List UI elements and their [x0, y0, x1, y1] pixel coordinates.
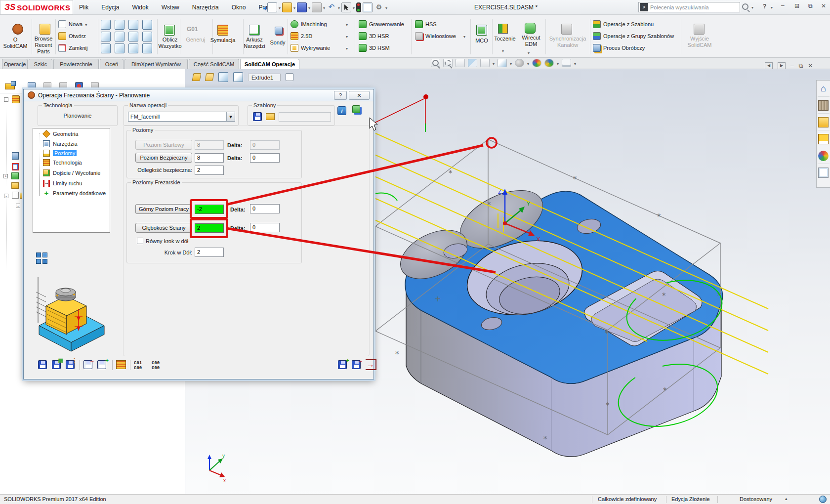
tree-item-geometria[interactable]: Geometria	[33, 129, 110, 138]
save-caret-icon[interactable]	[308, 4, 310, 10]
close-part-row[interactable]: Zamknij	[58, 43, 88, 53]
tab-czesc-solidcam[interactable]: Część SolidCAM	[189, 59, 239, 69]
dialog-close-button[interactable]: ✕	[349, 91, 370, 100]
apply-scene-caret-icon[interactable]	[557, 60, 559, 66]
upper-working-level-button[interactable]: Górny Poziom Pracy	[135, 204, 192, 214]
template-tree-icon[interactable]	[352, 105, 362, 115]
menu-okno[interactable]: Okno	[232, 4, 246, 11]
tree-item-dojscie[interactable]: Dojście / Wycofanie	[33, 168, 110, 177]
rebuild-traffic-light-icon[interactable]	[356, 2, 361, 12]
tab-operacje[interactable]: Operacje	[2, 59, 28, 69]
status-caret-icon[interactable]: ▴	[785, 496, 788, 501]
feature-tab-icon[interactable]	[218, 72, 228, 82]
tree-item-poziomy[interactable]: Poziomy	[33, 149, 110, 158]
template-save-icon[interactable]	[253, 112, 262, 121]
new-document-icon[interactable]	[267, 2, 277, 12]
view-cube-icon[interactable]	[142, 20, 152, 30]
print-icon[interactable]	[312, 2, 322, 12]
mco-button[interactable]: MCO	[469, 38, 494, 44]
view-settings-caret-icon[interactable]	[574, 60, 576, 66]
options-caret-icon[interactable]	[385, 4, 387, 10]
sketch-tab-icon[interactable]	[192, 73, 202, 81]
tab-ocen[interactable]: Oceń	[100, 59, 124, 69]
engraving-row[interactable]: Grawerowanie	[359, 19, 404, 29]
open-part-row[interactable]: Otwórz	[58, 31, 86, 41]
tree-collapse-icon[interactable]: -	[4, 97, 8, 102]
view-settings-icon[interactable]	[562, 59, 571, 67]
dialog-save-next-icon[interactable]: →	[352, 360, 361, 369]
menu-plik[interactable]: Plik	[79, 4, 88, 11]
operation-dialog[interactable]: Operacja Frezowania Ściany - Planowanie …	[23, 89, 374, 379]
section-view-icon[interactable]	[468, 59, 477, 67]
depth-delta-field[interactable]: 0	[250, 223, 280, 232]
combobox-caret-icon[interactable]: ▾	[226, 112, 235, 121]
simulation-button[interactable]: Symulacja	[206, 37, 240, 43]
stock-node-icon[interactable]	[11, 172, 19, 179]
dialog-save-icon[interactable]	[38, 360, 47, 369]
new-caret-icon[interactable]	[279, 4, 281, 10]
doc-minimize-button[interactable]: –	[790, 62, 794, 69]
dialog-save-calculate-icon[interactable]: ▦	[52, 360, 61, 369]
wall-depth-button[interactable]: Głębokość Ściany	[135, 223, 192, 233]
safety-delta-field[interactable]: 0	[250, 153, 280, 163]
hide-show-icon[interactable]	[515, 59, 524, 67]
previous-view-icon[interactable]	[456, 59, 465, 67]
help-button[interactable]: ?	[763, 3, 766, 10]
tree-item-narzedzia[interactable]: Narzędzia	[33, 139, 110, 148]
imachining-caret-icon[interactable]	[346, 21, 348, 27]
dialog-technology-icon[interactable]	[116, 360, 126, 369]
view-cube-icon[interactable]	[115, 20, 124, 30]
about-solidcam-button[interactable]: O SolidCAM	[0, 37, 31, 49]
select-caret-icon[interactable]	[353, 4, 355, 10]
pane-right-icon[interactable]: ▶	[778, 62, 786, 69]
tree-expand-icon[interactable]: +	[3, 174, 8, 178]
view-cube-icon[interactable]	[101, 43, 111, 53]
view-cube-icon[interactable]	[128, 20, 138, 30]
search-magnifier-icon[interactable]	[742, 3, 748, 10]
undo-caret-icon[interactable]	[338, 4, 340, 10]
info-button[interactable]: i	[337, 106, 346, 115]
restore-button[interactable]: ⊞	[794, 2, 799, 9]
gcode-g01-icon[interactable]: G01G00	[134, 361, 142, 371]
pane-left-icon[interactable]: ◀	[765, 62, 773, 69]
multiaxis-row[interactable]: Wieloosiowe	[415, 31, 456, 41]
feature-tab[interactable]: Extrude1	[248, 74, 281, 81]
doc-restore-button[interactable]: ⧉	[799, 62, 803, 69]
template-group-row[interactable]: Operacje z Grupy Szablonów	[593, 31, 674, 41]
tree-collapse-icon[interactable]: -	[4, 194, 8, 198]
feature-tab-icon[interactable]	[286, 73, 293, 81]
minimize-button[interactable]: –	[781, 2, 785, 9]
dialog-save-calculate-gcode-icon[interactable]: ⋮	[66, 360, 75, 369]
new-part-row[interactable]: Nowa	[58, 19, 87, 29]
upper-delta-field[interactable]: 0	[250, 204, 280, 213]
undo-icon[interactable]: ↶	[327, 2, 336, 12]
save-icon[interactable]	[297, 2, 307, 12]
list-node-icon[interactable]	[12, 163, 19, 170]
menu-widok[interactable]: Widok	[132, 4, 148, 11]
home-icon[interactable]: ⌂	[818, 84, 829, 94]
imachining-row[interactable]: iMachining	[290, 19, 327, 29]
design-library-icon[interactable]	[818, 100, 829, 111]
probes-button[interactable]: Sondy	[265, 40, 290, 46]
view-cube-icon[interactable]	[142, 32, 152, 42]
tab-solidcam-operacje[interactable]: SolidCAM Operacje	[240, 59, 299, 69]
dialog-add-operation-icon[interactable]: +	[97, 360, 106, 369]
step-down-field[interactable]: 2	[195, 248, 224, 257]
zoom-area-icon[interactable]	[443, 59, 453, 67]
3dhsr-row[interactable]: 3D HSR	[359, 31, 389, 41]
menu-edycja[interactable]: Edycja	[101, 4, 119, 11]
template-open-icon[interactable]	[266, 113, 275, 120]
doc-close-button[interactable]: ✕	[808, 62, 813, 69]
view-cube-icon[interactable]	[101, 32, 111, 42]
custom-properties-icon[interactable]	[818, 168, 829, 178]
safety-distance-field[interactable]: 2	[195, 166, 224, 175]
tab-dimxpert[interactable]: DimXpert Wymiarów	[124, 59, 188, 69]
select-cursor-icon[interactable]	[341, 2, 351, 12]
apply-scene-icon[interactable]	[544, 59, 554, 67]
wirecut-caret-icon[interactable]	[528, 49, 530, 55]
view-cube-icon[interactable]	[101, 20, 111, 30]
25d-caret-icon[interactable]	[346, 33, 348, 39]
print-caret-icon[interactable]	[323, 4, 325, 10]
tab-powierzchnie[interactable]: Powierzchnie	[53, 59, 99, 69]
dialog-help-button[interactable]: ?	[334, 91, 347, 100]
